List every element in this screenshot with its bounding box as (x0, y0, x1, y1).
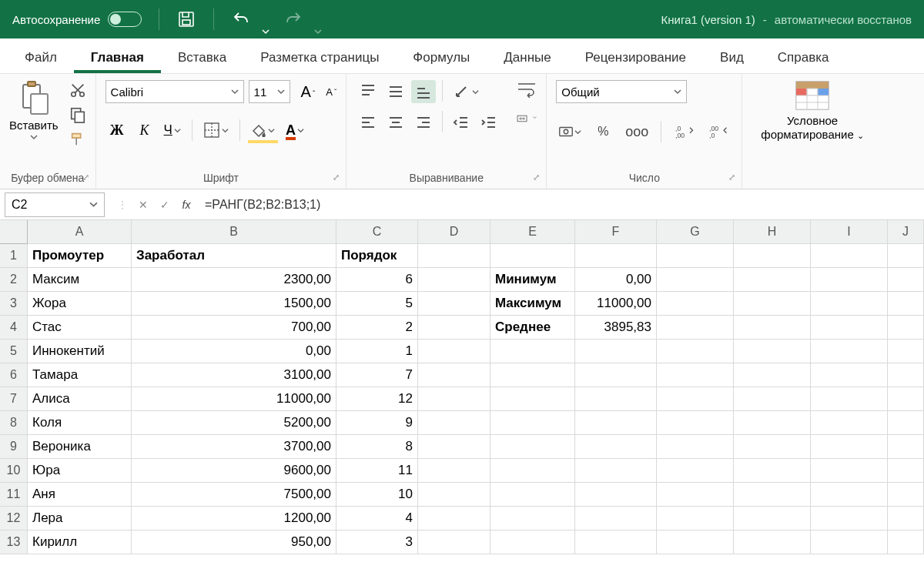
cell[interactable] (888, 316, 924, 340)
underline-button[interactable]: Ч (161, 119, 184, 142)
cell[interactable] (490, 483, 575, 507)
cell[interactable]: 0,00 (575, 268, 657, 292)
cell[interactable] (575, 459, 657, 483)
cell[interactable] (418, 316, 490, 340)
tab-help[interactable]: Справка (761, 42, 846, 73)
cell[interactable] (657, 363, 734, 387)
cut-icon[interactable] (69, 82, 86, 99)
decrease-decimal-button[interactable]: ,00,0 (706, 120, 732, 143)
cell[interactable] (418, 292, 490, 316)
cell[interactable] (811, 292, 888, 316)
cell[interactable]: Тамара (28, 363, 132, 387)
cell[interactable] (657, 292, 734, 316)
cell[interactable]: 11000,00 (575, 292, 657, 316)
chevron-down-icon[interactable] (30, 133, 38, 141)
cell[interactable] (888, 530, 924, 554)
cell[interactable]: 9600,00 (132, 459, 336, 483)
col-header-A[interactable]: A (28, 220, 132, 244)
formula-input[interactable]: =РАНГ(B2;B2:B13;1) (197, 192, 924, 217)
confirm-formula-button[interactable]: ✓ (154, 194, 176, 216)
comma-style-button[interactable]: ооо (624, 120, 650, 143)
cell[interactable]: 7 (336, 363, 418, 387)
cell[interactable] (490, 435, 575, 459)
cancel-formula-button[interactable]: ✕ (132, 194, 154, 216)
cell[interactable] (490, 387, 575, 411)
cell[interactable]: 11 (336, 459, 418, 483)
cell[interactable] (575, 340, 657, 363)
cell[interactable] (575, 483, 657, 507)
cell[interactable] (888, 411, 924, 435)
cell[interactable] (888, 483, 924, 507)
percent-button[interactable]: % (590, 120, 616, 143)
align-left-button[interactable] (356, 111, 380, 134)
toggle-switch-icon[interactable] (108, 12, 142, 27)
dialog-launcher-icon[interactable]: ⤢ (333, 172, 340, 182)
cell[interactable]: Стас (28, 316, 132, 340)
currency-button[interactable] (556, 120, 582, 143)
tab-formulas[interactable]: Формулы (396, 42, 487, 73)
tab-view[interactable]: Вид (703, 42, 761, 73)
cell[interactable] (811, 411, 888, 435)
dialog-launcher-icon[interactable]: ⤢ (533, 172, 540, 182)
cell[interactable]: 1500,00 (132, 292, 336, 316)
chevron-down-icon[interactable] (262, 28, 270, 35)
row-header[interactable]: 9 (0, 435, 28, 459)
cell[interactable] (734, 411, 811, 435)
cell[interactable]: 700,00 (132, 316, 336, 340)
cell[interactable] (888, 459, 924, 483)
copy-icon[interactable] (69, 106, 86, 123)
font-name-combo[interactable]: Calibri (105, 80, 244, 103)
cell[interactable] (811, 507, 888, 530)
row-header[interactable]: 6 (0, 363, 28, 387)
tab-review[interactable]: Рецензирование (568, 42, 703, 73)
cell[interactable]: 4 (336, 507, 418, 530)
row-header[interactable]: 13 (0, 530, 28, 554)
cell[interactable]: Максимум (490, 292, 575, 316)
number-format-combo[interactable]: Общий (556, 80, 687, 103)
cell[interactable] (734, 292, 811, 316)
cell[interactable]: 2300,00 (132, 268, 336, 292)
fx-button[interactable]: fx (176, 194, 197, 216)
cell[interactable] (575, 530, 657, 554)
row-header[interactable]: 12 (0, 507, 28, 530)
row-header[interactable]: 10 (0, 459, 28, 483)
cell[interactable] (490, 363, 575, 387)
cell[interactable]: 3895,83 (575, 316, 657, 340)
cell[interactable] (657, 435, 734, 459)
orientation-button[interactable] (449, 80, 482, 103)
cell[interactable] (657, 530, 734, 554)
cell[interactable] (418, 268, 490, 292)
cell[interactable]: Юра (28, 459, 132, 483)
align-middle-button[interactable] (383, 80, 408, 103)
borders-button[interactable] (200, 119, 232, 142)
cell[interactable] (490, 340, 575, 363)
cell[interactable]: Иннокентий (28, 340, 132, 363)
tab-file[interactable]: Файл (8, 42, 74, 73)
cell[interactable] (734, 268, 811, 292)
cell[interactable]: Порядок (336, 244, 418, 268)
decrease-indent-button[interactable] (449, 111, 474, 134)
cell[interactable]: Вероника (28, 435, 132, 459)
cell[interactable]: 3700,00 (132, 435, 336, 459)
cell[interactable]: 8 (336, 435, 418, 459)
cell[interactable] (657, 316, 734, 340)
cell[interactable]: 6 (336, 268, 418, 292)
merge-cells-button[interactable] (517, 109, 537, 128)
cell[interactable]: 5200,00 (132, 411, 336, 435)
cell[interactable] (490, 507, 575, 530)
paste-button[interactable]: Вставить (9, 80, 59, 141)
cell[interactable]: Минимум (490, 268, 575, 292)
cell[interactable] (657, 507, 734, 530)
col-header-G[interactable]: G (657, 220, 734, 244)
cell[interactable] (490, 459, 575, 483)
cell[interactable] (734, 387, 811, 411)
align-top-button[interactable] (356, 80, 380, 103)
cell[interactable] (575, 435, 657, 459)
cell[interactable] (575, 387, 657, 411)
col-header-D[interactable]: D (418, 220, 490, 244)
cell[interactable] (418, 483, 490, 507)
increase-indent-button[interactable] (477, 111, 501, 134)
cell[interactable] (734, 459, 811, 483)
cell[interactable] (418, 340, 490, 363)
col-header-C[interactable]: C (336, 220, 418, 244)
